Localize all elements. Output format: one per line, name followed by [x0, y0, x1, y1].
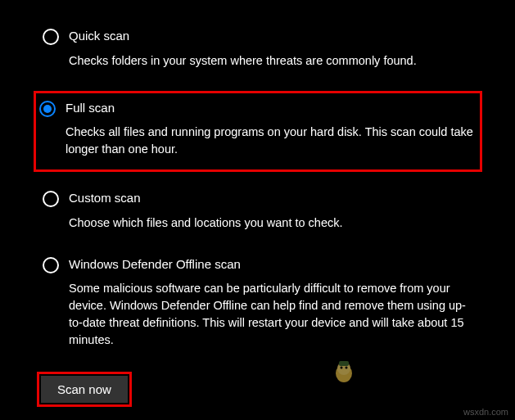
option-quick-scan[interactable]: Quick scan Checks folders in your system…: [39, 25, 482, 73]
radio-full-scan[interactable]: [39, 101, 56, 117]
svg-point-4: [346, 367, 348, 369]
mascot-icon: [332, 357, 355, 383]
watermark-text: wsxdn.com: [463, 407, 508, 417]
option-custom-scan[interactable]: Custom scan Choose which files and locat…: [39, 187, 482, 235]
svg-point-3: [341, 367, 343, 369]
option-defender-offline-scan[interactable]: Windows Defender Offline scan Some malic…: [39, 253, 482, 353]
option-title: Full scan: [66, 100, 477, 116]
svg-rect-2: [339, 361, 349, 366]
option-body: Custom scan Choose which files and locat…: [69, 190, 479, 232]
option-body: Full scan Checks all files and running p…: [66, 100, 477, 159]
option-description: Checks folders in your system where thre…: [69, 52, 479, 70]
option-title: Quick scan: [69, 28, 479, 44]
scan-button-highlight: Scan now: [37, 372, 132, 407]
option-body: Quick scan Checks folders in your system…: [69, 28, 479, 70]
radio-custom-scan[interactable]: [43, 191, 59, 207]
radio-defender-offline-scan[interactable]: [43, 257, 59, 273]
option-body: Windows Defender Offline scan Some malic…: [69, 256, 479, 350]
scan-now-button[interactable]: Scan now: [41, 376, 128, 403]
radio-quick-scan[interactable]: [43, 29, 59, 45]
option-full-scan[interactable]: Full scan Checks all files and running p…: [34, 91, 482, 173]
option-description: Choose which files and locations you wan…: [69, 215, 479, 232]
option-title: Custom scan: [69, 190, 479, 206]
option-title: Windows Defender Offline scan: [69, 256, 479, 273]
option-description: Checks all files and running programs on…: [66, 124, 477, 158]
option-description: Some malicious software can be particula…: [69, 280, 479, 349]
